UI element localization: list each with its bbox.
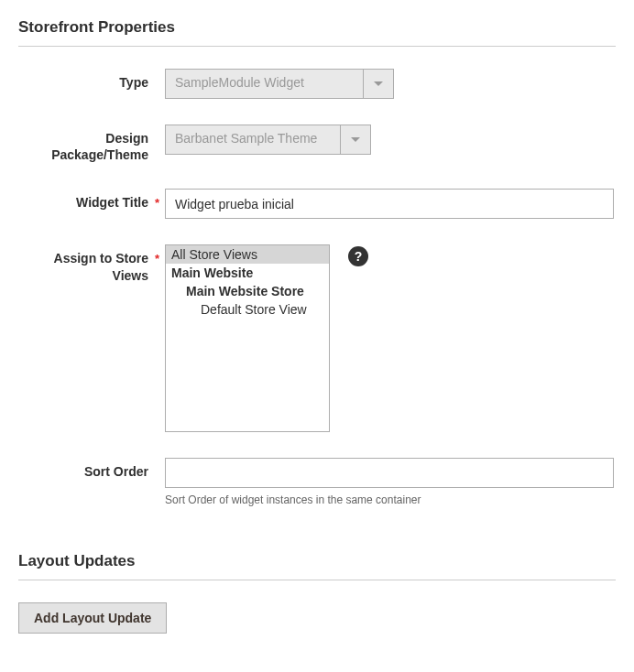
option-main-website-store[interactable]: Main Website Store bbox=[166, 282, 329, 300]
sort-order-input[interactable] bbox=[165, 458, 614, 488]
chevron-down-icon bbox=[374, 81, 383, 86]
select-theme-value: Barbanet Sample Theme bbox=[166, 125, 340, 154]
field-type: Type SampleModule Widget bbox=[18, 69, 616, 99]
store-views-multiselect[interactable]: All Store Views Main Website Main Websit… bbox=[165, 244, 330, 432]
help-icon[interactable]: ? bbox=[348, 246, 368, 266]
option-default-store-view[interactable]: Default Store View bbox=[166, 300, 329, 319]
sort-order-note: Sort Order of widget instances in the sa… bbox=[165, 493, 616, 506]
select-theme: Barbanet Sample Theme bbox=[165, 125, 371, 155]
select-type: SampleModule Widget bbox=[165, 69, 394, 99]
label-widget-title: Widget Title bbox=[18, 189, 165, 211]
chevron-down-icon bbox=[351, 137, 360, 142]
label-theme: Design Package/Theme bbox=[18, 125, 165, 163]
option-main-website[interactable]: Main Website bbox=[166, 264, 329, 282]
widget-title-input[interactable] bbox=[165, 189, 614, 219]
caret-box bbox=[340, 125, 370, 154]
option-all-store-views[interactable]: All Store Views bbox=[166, 245, 329, 264]
field-widget-title: Widget Title bbox=[18, 189, 616, 219]
label-type: Type bbox=[18, 69, 165, 91]
select-type-value: SampleModule Widget bbox=[166, 70, 363, 98]
field-theme: Design Package/Theme Barbanet Sample The… bbox=[18, 125, 616, 163]
caret-box bbox=[363, 70, 393, 98]
section-title-layout: Layout Updates bbox=[18, 552, 616, 580]
add-layout-update-button[interactable]: Add Layout Update bbox=[18, 602, 167, 634]
section-title-storefront: Storefront Properties bbox=[18, 18, 616, 47]
field-store-views: Assign to Store Views All Store Views Ma… bbox=[18, 244, 616, 432]
label-store-views: Assign to Store Views bbox=[18, 244, 165, 283]
label-sort-order: Sort Order bbox=[18, 458, 165, 480]
field-sort-order: Sort Order Sort Order of widget instance… bbox=[18, 458, 616, 506]
